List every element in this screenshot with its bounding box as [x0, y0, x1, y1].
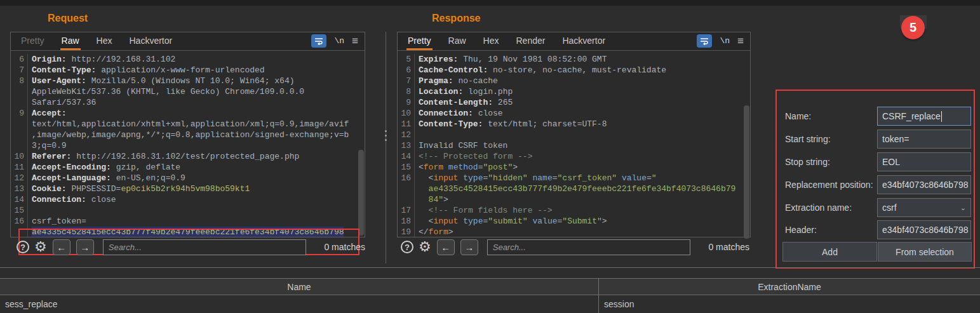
editor-line: 13Cookie: PHPSESSID=ep0cik5b2rk94h5vm98b… [11, 183, 365, 194]
request-title: Request [48, 13, 88, 24]
editor-line: 12 [398, 130, 750, 140]
response-search-input[interactable] [487, 239, 690, 255]
replacement-position-input[interactable]: e34bf4073c8646b798 [877, 175, 971, 194]
panel-splitter[interactable] [386, 32, 386, 263]
form-row: Extraction name:csrf⌄ [785, 198, 973, 217]
editor-line: 7Content-Type: application/x-www-form-ur… [11, 65, 365, 76]
response-search-bar: ? ⚙ ← → 0 matches [401, 239, 749, 255]
field-label: Replacement position: [785, 180, 877, 190]
gear-icon[interactable]: ⚙ [419, 241, 431, 253]
response-panel: PrettyRawHexRenderHackvertor \n ≡ 5Expir… [397, 32, 751, 237]
response-tab-row: PrettyRawHexRenderHackvertor \n ≡ [398, 32, 750, 51]
request-toolbar-icons: \n ≡ [311, 34, 358, 48]
editor-line: 7Pragma: no-cache [398, 76, 750, 86]
response-match-count: 0 matches [708, 242, 749, 252]
editor-line: AppleWebKit/537.36 (KHTML, like Gecko) C… [11, 86, 365, 97]
editor-line: 16csrf_token= [11, 216, 365, 227]
editor-line: text/html,application/xhtml+xml,applicat… [11, 119, 365, 130]
tab-hackvertor[interactable]: Hackvertor [562, 32, 605, 50]
tab-pretty[interactable]: Pretty [408, 32, 431, 50]
tab-render[interactable]: Render [516, 32, 546, 50]
extraction-name-select[interactable]: csrf⌄ [877, 198, 971, 217]
request-search-bar: ? ⚙ ← → 0 matches [17, 239, 365, 255]
editor-line: 9Content-Length: 265 [398, 97, 750, 108]
word-wrap-icon[interactable] [697, 34, 712, 48]
editor-line: 8User-Agent: Mozilla/5.0 (Windows NT 10.… [11, 76, 365, 86]
field-label: Start string: [785, 134, 877, 144]
field-label: Extraction name: [785, 203, 877, 213]
results-table: NameExtractionNamesess_replacesession [0, 278, 980, 313]
editor-line: 11Content-Type: text/html; charset=UTF-8 [398, 119, 750, 130]
editor-line: 14Connection: close [11, 194, 365, 205]
editor-line: 11Accept-Encoding: gzip, deflate [11, 162, 365, 173]
hamburger-menu-icon[interactable]: ≡ [737, 36, 744, 46]
editor-line: 16 <input type="hidden" name="csrf_token… [398, 173, 750, 183]
editor-line: ae4335c4528415ecc43b777f49b2e479feeebc22… [398, 183, 750, 194]
tab-raw[interactable]: Raw [62, 32, 79, 50]
tab-hackvertor[interactable]: Hackvertor [130, 32, 173, 50]
field-label: Name: [785, 111, 877, 121]
editor-line: 10Referer: http://192.168.31.102/test/pr… [11, 151, 365, 162]
editor-line: 15 [11, 205, 365, 216]
column-header-extractionname[interactable]: ExtractionName [599, 279, 980, 295]
header-input[interactable]: e34bf4073c8646b798 [877, 220, 971, 239]
name-input[interactable]: CSRF_replace [877, 107, 971, 126]
stop-string-input[interactable]: EOL [877, 152, 971, 171]
request-scrollbar[interactable] [358, 150, 364, 236]
editor-line: 9Accept: [11, 108, 365, 119]
form-row: Stop string:EOL [785, 152, 973, 171]
editor-line: 3;q=0.9 [11, 140, 365, 151]
response-editor[interactable]: 5Expires: Thu, 19 Nov 1981 08:52:00 GMT6… [398, 51, 750, 237]
editor-line: 18 <input type="submit" value="Submit"> [398, 216, 750, 227]
step-badge: 5 [901, 16, 925, 39]
editor-line: ,image/webp,image/apng,*/*;q=0.8,applica… [11, 130, 365, 140]
tab-pretty[interactable]: Pretty [21, 32, 44, 50]
editor-line: 15<form method="post"> [398, 162, 750, 173]
editor-line: 14<!-- Protected form --> [398, 151, 750, 162]
gear-icon[interactable]: ⚙ [34, 241, 47, 253]
word-wrap-icon[interactable] [311, 34, 326, 48]
add-button[interactable]: Add [782, 242, 877, 262]
tab-raw[interactable]: Raw [448, 32, 466, 50]
editor-line: ae4335c4528415ecc43b777f49b2e479feeebc22… [11, 227, 365, 237]
newline-icon[interactable]: \n [720, 36, 730, 46]
newline-icon[interactable]: \n [334, 36, 344, 46]
table-cell: sess_replace [0, 295, 599, 313]
editor-line: 10Connection: close [398, 108, 750, 119]
table-cell: session [599, 295, 980, 313]
prev-match-button[interactable]: ← [53, 239, 70, 255]
column-header-name[interactable]: Name [0, 279, 599, 295]
from-selection-button[interactable]: From selection [878, 242, 972, 262]
text-caret [941, 111, 942, 122]
editor-line: Safari/537.36 [11, 97, 365, 108]
request-tab-row: PrettyRawHexHackvertor \n ≡ [11, 32, 365, 51]
table-separator [0, 267, 980, 268]
tab-hex[interactable]: Hex [97, 32, 112, 50]
chevron-down-icon: ⌄ [960, 204, 966, 212]
request-search-input[interactable] [103, 239, 306, 255]
prev-match-button[interactable]: ← [437, 239, 455, 255]
next-match-button[interactable]: → [76, 239, 94, 255]
next-match-button[interactable]: → [460, 239, 478, 255]
help-icon[interactable]: ? [401, 241, 413, 253]
editor-line: 17 <!-- Form fields here --> [398, 205, 750, 216]
editor-line: 8Location: login.php [398, 86, 750, 97]
editor-line: 5Expires: Thu, 19 Nov 1981 08:52:00 GMT [398, 54, 750, 65]
form-row: Name:CSRF_replace [785, 107, 973, 126]
table-header-row: NameExtractionName [0, 278, 980, 295]
request-match-count: 0 matches [324, 242, 365, 252]
field-label: Header: [785, 225, 877, 235]
tab-hex[interactable]: Hex [483, 32, 499, 50]
form-row: Start string:token= [785, 130, 973, 149]
start-string-input[interactable]: token= [877, 130, 971, 149]
table-row[interactable]: sess_replacesession [0, 295, 980, 313]
response-scrollbar[interactable] [744, 105, 749, 239]
editor-line: 6Origin: http://192.168.31.102 [11, 54, 365, 65]
request-panel: PrettyRawHexHackvertor \n ≡ 6Origin: htt… [10, 32, 365, 237]
response-toolbar-icons: \n ≡ [697, 34, 744, 48]
help-icon[interactable]: ? [17, 241, 29, 253]
hamburger-menu-icon[interactable]: ≡ [352, 36, 358, 46]
request-editor[interactable]: 6Origin: http://192.168.31.1027Content-T… [11, 51, 365, 237]
editor-line: 13Invalid CSRF token [398, 140, 750, 151]
form-row: Header:e34bf4073c8646b798 [785, 220, 973, 239]
